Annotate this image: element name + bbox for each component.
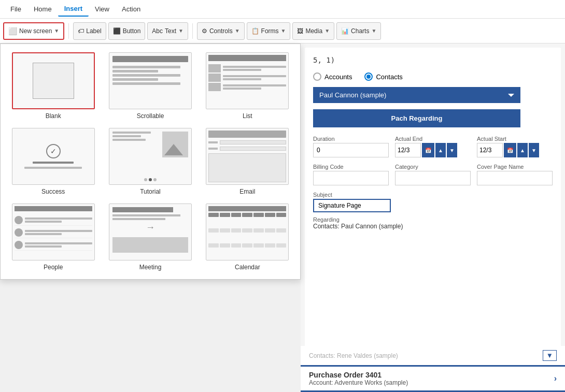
meeting-label: Meeting (139, 264, 162, 271)
tut-line-1 (112, 132, 151, 134)
contact-dropdown[interactable]: Paul Cannon (sample) (313, 87, 520, 103)
meeting-image-block (112, 237, 188, 253)
new-screen-button[interactable]: ⬜ New screen ▼ (3, 22, 64, 40)
list-preview (206, 53, 288, 109)
radio-accounts[interactable]: Accounts (313, 72, 352, 81)
screen-template-email[interactable]: Email (203, 128, 292, 195)
list-entry-2-title: Purchase Order 3401 (309, 371, 554, 379)
screen-template-list[interactable]: List (203, 52, 292, 120)
billing-code-input[interactable] (313, 171, 389, 185)
list-entry-2-subtitle: Account: Adventure Works (sample) (309, 379, 554, 386)
email-header-bar (208, 130, 286, 138)
cal-header-bar (208, 206, 286, 211)
list-header (208, 55, 286, 61)
success-line-light (24, 167, 82, 169)
scroll-top-bar (112, 56, 188, 62)
menu-home[interactable]: Home (27, 2, 58, 16)
meeting-lines (112, 214, 188, 220)
forms-button[interactable]: 📋 Forms ▼ (247, 22, 291, 40)
actual-start-down-btn[interactable]: ▼ (529, 143, 539, 157)
screen-template-blank[interactable]: Blank (9, 52, 97, 120)
text-button[interactable]: Abc Text ▼ (147, 22, 188, 40)
media-button[interactable]: 🖼 Media ▼ (292, 22, 334, 40)
dot-2-active (149, 178, 152, 181)
people-line-f (25, 245, 62, 248)
screen-template-scrollable[interactable]: Scrollable (106, 52, 194, 120)
list-entry-1-dropdown[interactable]: ▼ (543, 350, 557, 361)
menu-file[interactable]: File (4, 2, 27, 16)
duration-label: Duration (313, 136, 389, 142)
main-content-area: 5, 1) Accounts Contacts Paul Cannon (sam… (301, 43, 565, 392)
cal-cell-10 (231, 228, 242, 233)
scroll-lines (112, 64, 188, 87)
avatar-3 (15, 241, 23, 249)
cover-page-field: Cover Page Name (477, 164, 553, 185)
separator-1 (68, 23, 69, 39)
new-screen-icon: ⬜ (8, 27, 17, 35)
actual-end-date-input[interactable] (395, 143, 421, 157)
label-button[interactable]: 🏷 Label (73, 22, 106, 40)
charts-button[interactable]: 📊 Charts ▼ (336, 22, 381, 40)
cal-cell-21 (276, 243, 287, 248)
cal-cell-7 (276, 213, 287, 217)
cal-cell-1 (208, 213, 219, 217)
menu-action[interactable]: Action (116, 2, 147, 16)
actual-end-up-btn[interactable]: ▲ (435, 143, 446, 157)
button-button[interactable]: ⬛ Button (108, 22, 146, 40)
dropdown-chevron-icon (508, 94, 514, 97)
media-icon: 🖼 (297, 27, 303, 35)
chevron-down-icon: ▼ (54, 28, 59, 34)
actual-start-up-btn[interactable]: ▲ (517, 143, 528, 157)
menu-view[interactable]: View (89, 2, 116, 16)
actual-end-down-btn[interactable]: ▼ (447, 143, 457, 157)
toolbar: ⬜ New screen ▼ 🏷 Label ⬛ Button Abc Text… (0, 19, 565, 43)
list-entry-2-arrow-icon: › (554, 374, 557, 383)
radio-contacts[interactable]: Contacts (364, 72, 402, 81)
tut-line-3 (112, 139, 146, 141)
list-entry-2-content: Purchase Order 3401 Account: Adventure W… (309, 371, 554, 386)
screen-template-people[interactable]: People (9, 204, 97, 271)
actual-start-calendar-icon[interactable]: 📅 (504, 143, 516, 157)
screen-template-meeting[interactable]: → Meeting (106, 204, 194, 271)
blank-label: Blank (46, 112, 61, 120)
duration-input[interactable] (313, 143, 389, 157)
list-entry-1[interactable]: Contacts: Rene Valdes (sample) ▼ (301, 346, 565, 367)
tut-line-2 (112, 135, 141, 137)
menu-insert[interactable]: Insert (58, 2, 89, 17)
scroll-line-3 (112, 74, 180, 77)
list-line-e (223, 84, 286, 86)
tutorial-preview (109, 128, 191, 184)
people-row-2 (15, 227, 92, 238)
actual-end-calendar-icon[interactable]: 📅 (422, 143, 434, 157)
success-preview: ✓ (12, 128, 94, 184)
scrollable-thumb (109, 52, 192, 109)
regarding-section: Regarding Contacts: Paul Cannon (sample) (313, 216, 553, 230)
cover-page-input[interactable] (477, 171, 553, 185)
radio-contacts-outer (364, 72, 373, 81)
people-text-1 (25, 217, 92, 223)
list-entry-2[interactable]: Purchase Order 3401 Account: Adventure W… (301, 367, 565, 392)
button-icon: ⬛ (113, 27, 121, 35)
controls-button[interactable]: ⚙ Controls ▼ (197, 22, 245, 40)
cal-cell-9 (220, 228, 230, 233)
subject-area: Subject Signature Page (313, 192, 553, 212)
patch-button[interactable]: Pach Regarding (313, 109, 520, 127)
screen-template-tutorial[interactable]: Tutorial (106, 128, 194, 195)
actual-start-date-input[interactable] (477, 143, 503, 157)
screen-template-success[interactable]: ✓ Success (9, 128, 97, 195)
list-text-3 (223, 84, 286, 90)
people-text-2 (25, 230, 92, 235)
tutorial-image (162, 132, 188, 157)
tutorial-label: Tutorial (140, 188, 161, 195)
screen-templates-panel: Blank Scrollable (0, 43, 301, 280)
success-thumb: ✓ (12, 128, 95, 185)
actual-end-label: Actual End (395, 136, 471, 142)
mountain-icon (164, 144, 183, 155)
duration-field: Duration (313, 136, 389, 157)
category-input[interactable] (395, 171, 471, 185)
controls-btn-text: Controls (209, 27, 233, 35)
screen-template-calendar[interactable]: Calendar (203, 204, 292, 271)
forms-chevron-icon: ▼ (281, 28, 286, 34)
list-line-d (223, 78, 261, 80)
list-entry-1-content: Contacts: Rene Valdes (sample) (309, 352, 543, 359)
